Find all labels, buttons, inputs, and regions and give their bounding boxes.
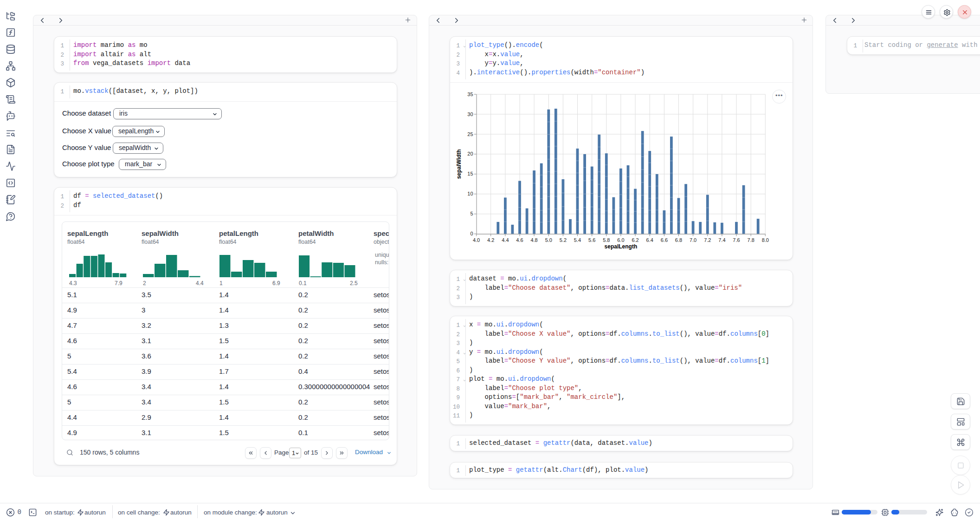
svg-text:4.0: 4.0 (473, 237, 480, 243)
svg-text:8.0: 8.0 (762, 237, 769, 243)
svg-text:6.0: 6.0 (617, 237, 624, 243)
svg-text:7.2: 7.2 (704, 237, 711, 243)
svg-text:6.6: 6.6 (661, 237, 668, 243)
svg-text:sepalWidth: sepalWidth (456, 149, 462, 179)
svg-text:7.6: 7.6 (733, 237, 740, 243)
svg-text:5.0: 5.0 (545, 237, 552, 243)
svg-text:4.6: 4.6 (516, 237, 523, 243)
svg-text:5.4: 5.4 (574, 237, 581, 243)
svg-text:0: 0 (470, 231, 473, 236)
svg-text:4.8: 4.8 (530, 237, 537, 243)
svg-text:15: 15 (467, 171, 473, 176)
svg-text:7.8: 7.8 (748, 237, 754, 243)
svg-text:20: 20 (467, 151, 473, 156)
svg-text:5: 5 (470, 211, 473, 216)
svg-text:30: 30 (467, 111, 473, 117)
svg-text:5.2: 5.2 (560, 237, 567, 243)
svg-text:35: 35 (467, 91, 473, 97)
svg-text:sepalLength: sepalLength (605, 243, 638, 250)
svg-text:6.2: 6.2 (632, 237, 638, 243)
svg-text:7.0: 7.0 (690, 237, 696, 243)
svg-text:5.6: 5.6 (588, 237, 595, 243)
svg-text:5.8: 5.8 (603, 237, 610, 243)
svg-text:6.4: 6.4 (646, 237, 653, 243)
svg-text:6.8: 6.8 (675, 237, 682, 243)
svg-text:4.4: 4.4 (502, 237, 509, 243)
svg-text:25: 25 (467, 131, 473, 137)
svg-text:10: 10 (467, 191, 473, 196)
svg-text:7.4: 7.4 (718, 237, 725, 243)
svg-text:4.2: 4.2 (487, 237, 494, 243)
